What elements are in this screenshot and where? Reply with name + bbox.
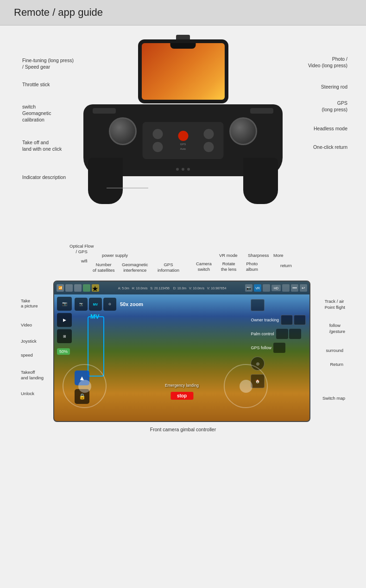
btn-circle-2[interactable] bbox=[152, 142, 163, 152]
app-coords: A: 5.0m H: 10.0m/s S: 20.123456 D: 10.0m… bbox=[101, 287, 244, 290]
label-geomagnetic: Geomagneticinterference bbox=[122, 262, 148, 274]
icon-battery bbox=[83, 284, 90, 292]
gps-label: GPS bbox=[180, 143, 186, 146]
label-switch-geomagnetic: switchGeomagneticcalibration bbox=[22, 103, 51, 123]
zoom-label: 50x zoom bbox=[120, 301, 143, 307]
label-camera-switch: Cameraswitch bbox=[196, 261, 212, 273]
label-return-right: Return bbox=[330, 362, 343, 367]
label-return-top: return bbox=[280, 263, 292, 268]
phone-notch bbox=[170, 43, 196, 49]
right-grip bbox=[243, 158, 278, 204]
label-sharpness: Sharpness bbox=[248, 253, 269, 258]
icon-more-dots[interactable]: ••• bbox=[291, 284, 298, 292]
label-switch-map: Switch map bbox=[322, 396, 345, 401]
right-joystick[interactable] bbox=[229, 117, 257, 145]
icon-wifi-bar: 📶 bbox=[57, 284, 64, 292]
label-photo-album: Photoalbum bbox=[246, 261, 258, 273]
palm-control-label: Palm control bbox=[251, 332, 274, 336]
btn-circle-1[interactable] bbox=[152, 129, 163, 139]
dot-1 bbox=[176, 168, 179, 171]
palm-control-row: Palm control bbox=[251, 329, 306, 339]
page-title: Remote / app guide bbox=[14, 6, 103, 18]
track-airpoint-btn[interactable] bbox=[251, 299, 265, 311]
main-content: Fine-tuning (long press)/ Speed gear Thr… bbox=[0, 26, 366, 441]
label-takeoff-left: Takeoffand landing bbox=[21, 370, 44, 381]
palm-btn2[interactable] bbox=[289, 329, 301, 339]
phone-clip-top bbox=[176, 35, 190, 39]
label-joystick-left: Joystick bbox=[21, 339, 37, 344]
gps-follow-label: GPS follow bbox=[251, 345, 271, 350]
btn-circle-4[interactable] bbox=[203, 142, 214, 152]
mode-row: 📷 MV ⊙ 50x zoom bbox=[75, 298, 143, 311]
page-header: Remote / app guide bbox=[0, 0, 366, 26]
icon-photo[interactable] bbox=[282, 284, 290, 292]
owner-tracking-btn[interactable] bbox=[281, 315, 293, 325]
remote-section: Fine-tuning (long press)/ Speed gear Thr… bbox=[14, 35, 352, 230]
left-joystick[interactable] bbox=[109, 117, 137, 145]
right-buttons bbox=[203, 129, 214, 152]
icon-vr[interactable]: VR bbox=[254, 284, 261, 292]
label-power-supply: power supply bbox=[102, 253, 128, 258]
gps-follow-row: GPS follow bbox=[251, 343, 306, 353]
label-take-picture: Takea picture bbox=[21, 298, 38, 308]
track-airpoint-row bbox=[251, 299, 306, 311]
label-indicator: Indicator description bbox=[22, 174, 66, 180]
controller-body: GPS Auto bbox=[83, 104, 283, 181]
label-photo-video: Photo /Video (long press) bbox=[308, 56, 347, 69]
label-follow-gesture: follow/gesture bbox=[329, 322, 345, 335]
label-steering-rod: Steering rod bbox=[321, 83, 347, 90]
joystick-btn[interactable]: ⊞ bbox=[57, 329, 72, 343]
left-buttons bbox=[152, 129, 163, 152]
owner-tracking-label: Owner tracking bbox=[251, 318, 279, 322]
label-optical-flow: Optical Flow/ GPS bbox=[69, 243, 94, 255]
label-throttle-stick: Throttle stick bbox=[22, 81, 50, 88]
label-one-click-return: One-click return bbox=[313, 144, 347, 150]
owner-tracking-btn2[interactable] bbox=[294, 315, 306, 325]
dot-3 bbox=[187, 168, 190, 171]
palm-btns bbox=[276, 329, 301, 339]
app-screen: 📶 ★ A: 5.0m H: 10.0m/s S: 20.123456 D: 1… bbox=[53, 281, 310, 422]
icon-return-arrow[interactable]: ↩ bbox=[300, 284, 307, 292]
right-shoulder-btn[interactable] bbox=[250, 108, 273, 114]
dot-2 bbox=[182, 168, 184, 171]
label-wifi: wifi bbox=[81, 258, 88, 263]
icon-hd[interactable]: HD bbox=[271, 285, 281, 291]
stop-btn[interactable]: stop bbox=[170, 392, 193, 400]
take-picture-btn[interactable]: 📷 bbox=[57, 297, 72, 311]
btn-circle-3[interactable] bbox=[203, 129, 214, 139]
owner-tracking-row: Owner tracking bbox=[251, 315, 306, 325]
mv-btn[interactable]: MV bbox=[89, 298, 102, 311]
icon-camera2[interactable]: 📷 bbox=[245, 284, 252, 292]
icon-camera[interactable] bbox=[65, 284, 73, 292]
left-shoulder-btn[interactable] bbox=[93, 108, 116, 114]
label-more: More bbox=[273, 253, 284, 258]
indicator-line bbox=[107, 188, 148, 188]
icon-star: ★ bbox=[92, 284, 99, 292]
speed-badge: 50% bbox=[57, 348, 70, 355]
label-unlock-left: Unlock bbox=[21, 391, 34, 396]
video-btn[interactable]: ▶ bbox=[57, 313, 72, 327]
app-top-labels: Optical Flow/ GPS wifi power supply Numb… bbox=[21, 243, 345, 281]
camera-mode-btn[interactable]: 📷 bbox=[75, 298, 88, 311]
center-panel: GPS Auto bbox=[143, 122, 224, 159]
icon-switch[interactable] bbox=[263, 284, 270, 292]
timer-btn[interactable]: ⊙ bbox=[103, 298, 116, 311]
app-section: Optical Flow/ GPS wifi power supply Numb… bbox=[14, 243, 352, 432]
owner-btns bbox=[281, 315, 306, 325]
app-top-bar: 📶 ★ A: 5.0m H: 10.0m/s S: 20.123456 D: 1… bbox=[54, 281, 309, 294]
left-grip bbox=[88, 158, 123, 204]
phone-holder bbox=[132, 35, 234, 103]
label-speed-left: speed bbox=[21, 352, 33, 358]
label-video-left: Video bbox=[21, 322, 32, 327]
gps-follow-btn[interactable] bbox=[273, 343, 285, 353]
label-headless-mode: Headless mode bbox=[314, 125, 347, 132]
label-gps-info: GPSinformation bbox=[158, 262, 179, 274]
label-fine-tuning: Fine-tuning (long press)/ Speed gear bbox=[22, 57, 74, 70]
auto-label: Auto bbox=[180, 147, 186, 150]
btn-power[interactable] bbox=[178, 131, 188, 141]
palm-btn1[interactable] bbox=[276, 329, 288, 339]
indicator-dots bbox=[176, 168, 190, 171]
center-buttons: GPS Auto bbox=[178, 131, 188, 150]
label-track-air-point: Track / airPoint flight bbox=[325, 298, 345, 311]
label-gps: GPS(long press) bbox=[322, 100, 347, 113]
